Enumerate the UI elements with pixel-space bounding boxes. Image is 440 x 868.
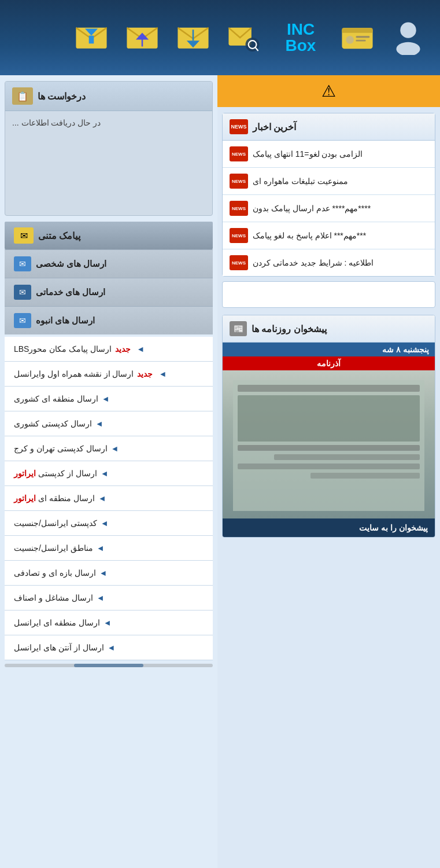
news-items-list: الزامی بودن لغو=11 انتهای پیامک NEWS ممن… xyxy=(223,141,435,276)
news-item-3[interactable]: ***مهم*** اعلام پاسخ به لغو پیامک NEWS xyxy=(223,222,435,249)
menu-item-3[interactable]: ◄ ارسال کدپستی کشوری xyxy=(5,411,213,436)
newspaper-icon-glyph: 📰 xyxy=(234,324,243,333)
menu-item-arrow-10: ◄ xyxy=(97,593,105,602)
requests-header: درخواست ها 📋 xyxy=(5,82,212,111)
sms-personal-title: ارسال های شخصی xyxy=(36,259,106,269)
menu-item-6[interactable]: ◄ ارسال منطقه ای ایراتور xyxy=(5,486,213,511)
right-panel: درخواست ها 📋 در حال دریافت اطلاعات ... پ… xyxy=(0,75,217,868)
left-panel: ⚠ آخرین اخبار NEWS الزامی بودن لغو=11 ان… xyxy=(217,75,440,868)
menu-item-arrow-9: ◄ xyxy=(99,568,108,578)
news-section: آخرین اخبار NEWS الزامی بودن لغو=11 انته… xyxy=(222,113,435,277)
logo-inc-text: INC xyxy=(287,21,315,38)
user-icon[interactable] xyxy=(388,17,428,58)
menu-item-text-3: ارسال کدپستی کشوری xyxy=(14,419,92,428)
menu-item-arrow-6: ◄ xyxy=(98,494,106,503)
newspaper-header: پیشخوان روزنامه ها 📰 xyxy=(223,315,435,343)
sms-bulk-icon: ✉ xyxy=(14,313,31,328)
send-envelope-icon[interactable] xyxy=(122,17,162,58)
sms-bulk-icon-glyph: ✉ xyxy=(19,316,26,325)
menu-item-badge-0: جدید xyxy=(115,344,131,354)
scrollbar-track[interactable] xyxy=(5,664,213,667)
news-item-icon-0: NEWS xyxy=(230,146,248,161)
warning-icon: ⚠ xyxy=(321,82,336,101)
sms-bulk-item[interactable]: ارسال های انبوه ✉ xyxy=(5,306,213,334)
sms-icon-glyph: ✉ xyxy=(20,230,28,241)
id-card-icon[interactable] xyxy=(337,17,378,58)
menu-item-text-5: ارسال از کدپستی ایراتور xyxy=(14,469,97,478)
news-header-title: آخرین اخبار xyxy=(253,122,296,133)
sms-section: پیامک متنی ✉ ارسال های شخصی ✉ ارسال های … xyxy=(5,222,213,334)
news-item-text-2: ****مهم**** عدم ارسال پیامک بدون xyxy=(253,204,371,213)
warning-bar: ⚠ xyxy=(217,75,440,107)
newspaper-name: آذرنامه xyxy=(223,356,435,370)
menu-item-11[interactable]: ◄ ارسال منطقه ای ایرانسل xyxy=(5,610,213,635)
requests-icon: 📋 xyxy=(12,87,33,105)
newspaper-section: پیشخوان روزنامه ها 📰 پنجشنبه ۸ شه آذرنام… xyxy=(222,315,435,538)
menu-item-7[interactable]: ◄ کدپستی ایرانسل/جنسیت xyxy=(5,511,213,536)
scrollbar-thumb[interactable] xyxy=(74,664,143,667)
newspaper-image: آذرنامه xyxy=(223,356,435,518)
menu-item-arrow-3: ◄ xyxy=(95,419,103,428)
newspaper-icon: 📰 xyxy=(230,321,247,336)
sms-personal-icon-glyph: ✉ xyxy=(19,259,26,269)
newspaper-line-2 xyxy=(238,445,419,451)
search-envelope-icon[interactable] xyxy=(224,17,264,58)
menu-item-text-6: ارسال منطقه ای ایراتور xyxy=(14,494,95,503)
newspaper-content xyxy=(233,380,424,512)
news-item-icon-4: NEWS xyxy=(230,255,248,270)
receive-envelope-icon[interactable] xyxy=(173,17,213,58)
sms-service-icon: ✉ xyxy=(14,285,31,300)
requests-body: در حال دریافت اطلاعات ... xyxy=(5,111,212,215)
news-extra-item[interactable] xyxy=(222,281,435,308)
news-item-2[interactable]: ****مهم**** عدم ارسال پیامک بدون NEWS xyxy=(223,195,435,222)
news-item-icon-2: NEWS xyxy=(230,201,248,216)
svg-rect-5 xyxy=(356,36,369,38)
menu-item-5[interactable]: ◄ ارسال از کدپستی ایراتور xyxy=(5,461,213,486)
menu-item-2[interactable]: ◄ ارسال منطقه ای کشوری xyxy=(5,387,213,411)
requests-loading-text: در حال دریافت اطلاعات ... xyxy=(12,118,101,127)
menu-item-arrow-11: ◄ xyxy=(103,618,112,627)
newspaper-line-3 xyxy=(274,454,419,460)
news-item-icon-3: NEWS xyxy=(230,228,248,243)
menu-item-text-8: مناطق ایرانسل/جنسیت xyxy=(14,543,93,553)
app-header: INC Box xyxy=(0,0,440,75)
logo-box-text: Box xyxy=(286,38,316,54)
sms-personal-item[interactable]: ارسال های شخصی ✉ xyxy=(5,249,213,278)
requests-header-title: درخواست ها xyxy=(38,91,86,102)
sms-service-item[interactable]: ارسال های خدماتی ✉ xyxy=(5,278,213,306)
menu-item-arrow-1: ◄ xyxy=(158,369,167,378)
menu-item-arrow-2: ◄ xyxy=(102,394,110,403)
menu-item-text-7: کدپستی ایرانسل/جنسیت xyxy=(14,518,97,528)
newspaper-footer[interactable]: پیشخوان را به سایت xyxy=(223,518,435,537)
sms-bulk-title: ارسال های انبوه xyxy=(36,315,95,326)
sms-service-title: ارسال های خدماتی xyxy=(36,287,105,297)
menu-item-1[interactable]: ◄ جدید ارسال از نقشه همراه اول وایرانسل xyxy=(5,362,213,387)
menu-item-10[interactable]: ◄ ارسال مشاغل و اصناف xyxy=(5,586,213,610)
newspaper-date: پنجشنبه ۸ شه xyxy=(223,343,435,356)
download-envelope-icon[interactable] xyxy=(71,17,112,58)
news-item-text-0: الزامی بودن لغو=11 انتهای پیامک xyxy=(253,149,363,159)
requests-icon-glyph: 📋 xyxy=(17,91,28,102)
newspaper-photo xyxy=(238,395,419,442)
menu-item-badge-1: جدید xyxy=(137,369,153,378)
menu-item-text-2: ارسال منطقه ای کشوری xyxy=(14,394,98,403)
news-item-0[interactable]: الزامی بودن لغو=11 انتهای پیامک NEWS xyxy=(223,141,435,168)
news-item-1[interactable]: ممنوعیت تبلیغات ماهواره ای NEWS xyxy=(223,168,435,195)
sms-personal-icon: ✉ xyxy=(14,256,31,271)
svg-rect-6 xyxy=(356,40,365,42)
newspaper-line-4 xyxy=(238,464,419,469)
menu-item-text-10: ارسال مشاغل و اصناف xyxy=(14,593,93,602)
sms-header: پیامک متنی ✉ xyxy=(5,222,213,249)
menu-list: ◄ جدید ارسال پیامک مکان محورLBS ◄ جدید ا… xyxy=(5,337,213,660)
news-icon: NEWS xyxy=(230,119,248,134)
menu-item-0[interactable]: ◄ جدید ارسال پیامک مکان محورLBS xyxy=(5,337,213,362)
menu-item-4[interactable]: ◄ ارسال کدپستی تهران و کرج xyxy=(5,436,213,461)
news-item-icon-1: NEWS xyxy=(230,174,248,189)
menu-item-8[interactable]: ◄ مناطق ایرانسل/جنسیت xyxy=(5,536,213,561)
menu-item-text-4: ارسال کدپستی تهران و کرج xyxy=(14,444,108,453)
news-item-4[interactable]: اطلاعیه : شرایط جدید خدماتی کردن NEWS xyxy=(223,249,435,276)
svg-rect-3 xyxy=(342,28,372,33)
menu-item-12[interactable]: ◄ ارسال از آنتن های ایرانسل xyxy=(5,635,213,660)
menu-item-9[interactable]: ◄ ارسال بازه ای و تصادفی xyxy=(5,561,213,586)
menu-item-text-12: ارسال از آنتن های ایرانسل xyxy=(14,643,104,652)
